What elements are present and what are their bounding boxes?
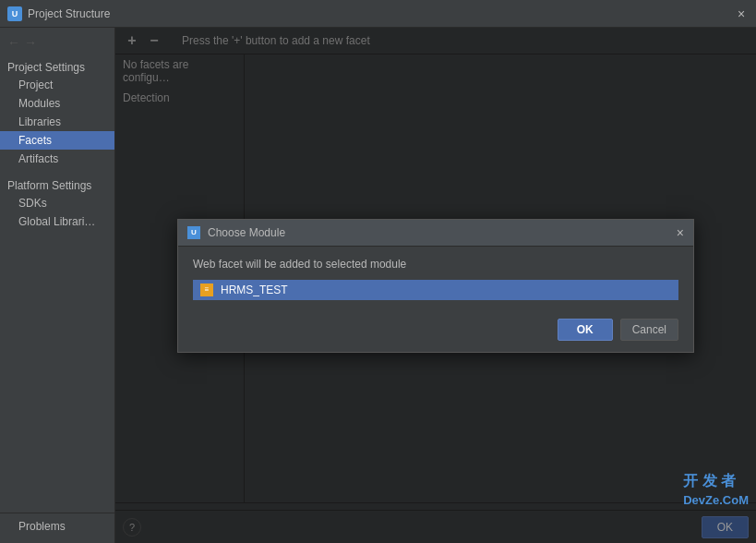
forward-arrow[interactable]: → xyxy=(24,35,37,50)
modal-app-icon: U xyxy=(187,226,200,239)
close-button[interactable]: × xyxy=(734,6,749,21)
title-bar: U Project Structure × xyxy=(0,0,756,28)
module-icon: ≡ xyxy=(200,284,213,296)
back-arrow[interactable]: ← xyxy=(7,35,20,50)
platform-settings-header: Platform Settings xyxy=(0,175,114,194)
modal-body: Web facet will be added to selected modu… xyxy=(178,247,693,311)
sidebar-item-global-libraries[interactable]: Global Librari… xyxy=(0,212,114,231)
modal-close-button[interactable]: × xyxy=(677,225,684,240)
modal-cancel-button[interactable]: Cancel xyxy=(620,319,678,341)
main-layout: ← → Project Settings Project Modules Lib… xyxy=(0,28,756,543)
modal-footer: OK Cancel xyxy=(178,311,693,352)
modal-title-bar: U Choose Module × xyxy=(178,220,693,247)
sidebar-item-artifacts[interactable]: Artifacts xyxy=(0,150,114,168)
sidebar-item-libraries[interactable]: Libraries xyxy=(0,113,114,131)
window-title: Project Structure xyxy=(28,7,734,20)
modal-overlay: U Choose Module × Web facet will be adde… xyxy=(115,28,756,543)
sidebar-bottom: Problems xyxy=(0,513,114,539)
module-label: HRMS_TEST xyxy=(221,284,288,296)
sidebar: ← → Project Settings Project Modules Lib… xyxy=(0,28,115,543)
sidebar-item-modules[interactable]: Modules xyxy=(0,94,114,113)
sidebar-item-project[interactable]: Project xyxy=(0,76,114,94)
sidebar-item-facets[interactable]: Facets xyxy=(0,131,114,150)
sidebar-item-problems[interactable]: Problems xyxy=(0,517,114,536)
sidebar-item-sdks[interactable]: SDKs xyxy=(0,194,114,212)
modal-title: Choose Module xyxy=(208,226,669,239)
modal-ok-button[interactable]: OK xyxy=(558,319,613,341)
content-area: + − Press the '+' button to add a new fa… xyxy=(115,28,756,543)
project-settings-header: Project Settings xyxy=(0,57,114,76)
app-icon: U xyxy=(7,6,22,21)
choose-module-dialog: U Choose Module × Web facet will be adde… xyxy=(177,219,694,353)
nav-arrows: ← → xyxy=(0,31,114,54)
module-list-item[interactable]: ≡ HRMS_TEST xyxy=(193,280,678,300)
modal-subtitle: Web facet will be added to selected modu… xyxy=(193,258,678,271)
